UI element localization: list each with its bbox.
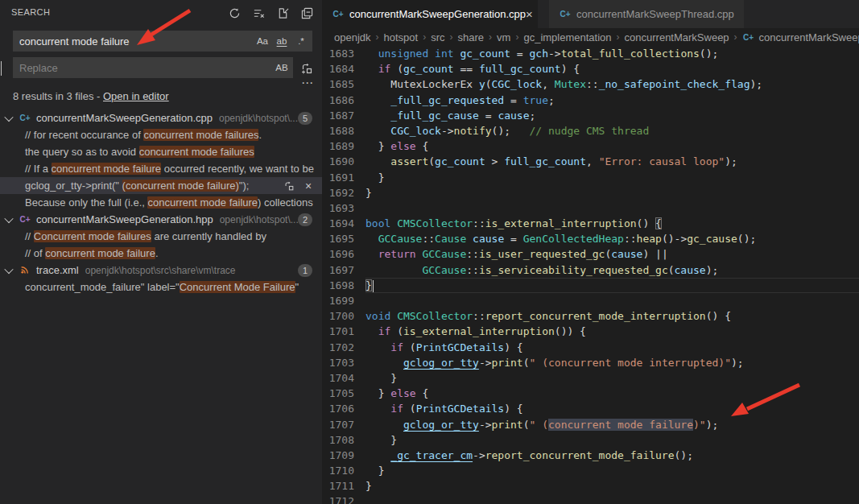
code-line[interactable]: 1710 }: [322, 463, 859, 478]
code-line[interactable]: 1694bool CMSCollector::is_external_inter…: [322, 216, 859, 231]
search-toolbar: [225, 4, 316, 22]
file-result-row[interactable]: C+concurrentMarkSweepGeneration.hppopenj…: [0, 211, 322, 228]
replace-all-icon[interactable]: [298, 60, 316, 77]
code-area[interactable]: 1683 unsigned int gc_count = gch->total_…: [322, 46, 859, 504]
code-text: }: [365, 278, 859, 293]
open-new-search-editor-icon[interactable]: [274, 4, 291, 22]
line-number: 1709: [322, 448, 354, 463]
match-result-row[interactable]: concurrent_mode_failure" label="Concurre…: [0, 279, 322, 295]
line-number: 1687: [322, 108, 354, 123]
code-line[interactable]: 1691 }: [322, 170, 859, 185]
match-count-badge: 1: [298, 264, 312, 277]
code-line[interactable]: 1683 unsigned int gc_count = gch->total_…: [322, 46, 859, 61]
tab-concurrentmarksweepgeneration-cpp[interactable]: C+ concurrentMarkSweepGeneration.cpp ×: [322, 0, 538, 28]
search-input[interactable]: concurrent mode failure Aa ab .*: [13, 31, 312, 52]
clear-search-results-icon[interactable]: [250, 4, 267, 22]
chevron-down-icon[interactable]: [4, 213, 13, 222]
code-line[interactable]: 1684 if (gc_count == full_gc_count) {: [322, 61, 859, 76]
code-line[interactable]: 1697 GCCause::is_serviceability_requeste…: [322, 262, 859, 278]
match-result-row[interactable]: Because only the full (i.e., concurrent …: [0, 194, 322, 211]
code-text: }: [365, 432, 859, 448]
file-name: trace.xml: [36, 264, 79, 276]
close-icon[interactable]: ×: [301, 179, 316, 193]
breadcrumb-item[interactable]: share: [458, 31, 485, 43]
code-text: gclog_or_tty->print(" (concurrent mode f…: [365, 417, 859, 432]
code-text: } else {: [365, 138, 859, 154]
open-in-editor-link[interactable]: Open in editor: [103, 90, 169, 102]
match-preview-text: // Concurrent mode failures are currentl…: [25, 230, 266, 242]
code-line[interactable]: 1699: [322, 293, 859, 308]
search-panel: SEARCH concurrent mode failure Aa ab: [0, 0, 322, 504]
code-line[interactable]: 1700void CMSCollector::report_concurrent…: [322, 308, 859, 324]
breadcrumb-item[interactable]: vm: [497, 31, 510, 43]
code-line[interactable]: 1693: [322, 200, 859, 216]
code-line[interactable]: 1705 } else {: [322, 386, 859, 401]
code-line[interactable]: 1703 gclog_or_tty->print(" (concurrent m…: [322, 355, 859, 370]
collapse-all-icon[interactable]: [298, 4, 316, 22]
code-line[interactable]: 1701 if (is_external_interruption()) {: [322, 324, 859, 339]
refresh-icon[interactable]: [225, 4, 243, 22]
file-result-row[interactable]: C+concurrentMarkSweepGeneration.cppopenj…: [0, 109, 322, 126]
chevron-down-icon[interactable]: [4, 112, 13, 121]
code-line[interactable]: 1698}: [322, 278, 859, 293]
match-result-row[interactable]: gclog_or_tty->print(" (concurrent mode f…: [0, 177, 322, 194]
replace-input[interactable]: Replace AB: [13, 57, 293, 78]
code-text: assert(gc_count > full_gc_count, "Error:…: [365, 154, 859, 169]
chevron-down-icon[interactable]: [4, 264, 13, 273]
code-line[interactable]: 1690 assert(gc_count > full_gc_count, "E…: [322, 154, 859, 169]
match-result-row[interactable]: // of concurrent mode failure.: [0, 245, 322, 262]
file-result-row[interactable]: trace.xmlopenjdk\hotspot\src\share\vm\tr…: [0, 262, 322, 279]
match-preview-text: Because only the full (i.e., concurrent …: [25, 196, 313, 209]
code-line[interactable]: 1708 }: [322, 432, 859, 448]
cpp-file-icon: C+: [742, 33, 755, 42]
code-line[interactable]: 1688 CGC_lock->notify(); // nudge CMS th…: [322, 123, 859, 138]
line-number: 1683: [322, 46, 354, 61]
code-line[interactable]: 1707 gclog_or_tty->print(" (concurrent m…: [322, 417, 859, 432]
match-case-icon[interactable]: Aa: [254, 33, 271, 49]
code-text: }: [365, 185, 859, 200]
close-icon[interactable]: ×: [526, 7, 533, 21]
code-line[interactable]: 1709 _gc_tracer_cm->report_concurrent_mo…: [322, 448, 859, 463]
breadcrumb-item[interactable]: gc_implementation: [523, 31, 611, 43]
tab-concurrentmarksweepthread-cpp[interactable]: C+ concurrentMarkSweepThread.cpp: [549, 0, 744, 28]
code-text: }: [365, 463, 859, 478]
code-line[interactable]: 1689 } else {: [322, 138, 859, 154]
breadcrumb-item[interactable]: openjdk: [334, 31, 371, 43]
breadcrumb-separator-icon: ›: [489, 31, 492, 43]
code-line[interactable]: 1702 if (PrintGCDetails) {: [322, 340, 859, 355]
code-text: [365, 293, 859, 308]
code-line[interactable]: 1685 MutexLockerEx y(CGC_lock, Mutex::_n…: [322, 76, 859, 92]
whole-word-icon[interactable]: ab: [274, 33, 290, 49]
breadcrumb-separator-icon: ›: [423, 31, 426, 43]
line-number: 1684: [322, 61, 354, 76]
code-line[interactable]: 1686 _full_gc_requested = true;: [322, 93, 859, 108]
code-line[interactable]: 1696 return GCCause::is_user_requested_g…: [322, 246, 859, 262]
preserve-case-icon[interactable]: AB: [274, 60, 290, 76]
file-path: openjdk\hotspot\...: [220, 214, 298, 225]
regex-icon[interactable]: .*: [293, 33, 309, 49]
match-result-row[interactable]: // for recent occurance of concurrent mo…: [0, 126, 322, 143]
code-line[interactable]: 1687 _full_gc_cause = cause;: [322, 108, 859, 123]
breadcrumb-item[interactable]: concurrentMarkSweep: [625, 31, 729, 43]
code-line[interactable]: 1692}: [322, 185, 859, 200]
code-line[interactable]: 1704 }: [322, 370, 859, 386]
code-line[interactable]: 1712: [322, 494, 859, 504]
line-number: 1696: [322, 246, 354, 262]
line-number: 1694: [322, 216, 354, 231]
editor-group: C+ concurrentMarkSweepGeneration.cpp × C…: [322, 0, 859, 504]
code-text: GCCause::is_serviceability_requested_gc(…: [365, 262, 859, 278]
breadcrumb-item[interactable]: src: [431, 31, 444, 43]
replace-icon[interactable]: [282, 179, 296, 193]
breadcrumb-item[interactable]: hotspot: [384, 31, 419, 43]
match-result-row[interactable]: // If a concurrent mode failure occurred…: [0, 160, 322, 177]
toggle-replace-chevron-icon[interactable]: [1, 61, 12, 74]
match-result-row[interactable]: the query so as to avoid concurrent mode…: [0, 143, 322, 160]
code-line[interactable]: 1711}: [322, 478, 859, 494]
toggle-search-details-icon[interactable]: ⋯: [301, 76, 314, 90]
line-number: 1712: [322, 494, 354, 504]
code-line[interactable]: 1706 if (PrintGCDetails) {: [322, 401, 859, 416]
breadcrumb-file[interactable]: concurrentMarkSweepGeneration.cpp: [759, 31, 859, 43]
code-line[interactable]: 1695 GCCause::Cause cause = GenCollected…: [322, 231, 859, 246]
line-number: 1690: [322, 154, 354, 169]
match-result-row[interactable]: // Concurrent mode failures are currentl…: [0, 228, 322, 245]
